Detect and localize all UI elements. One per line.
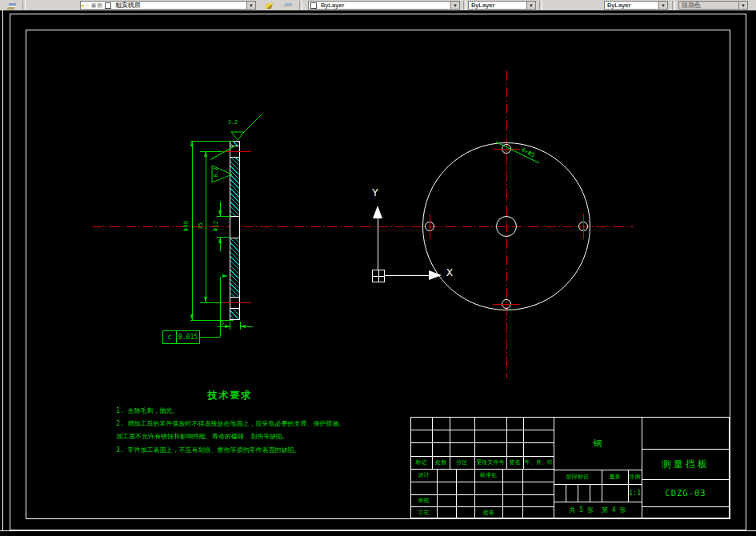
canvas-left-edge (2, 10, 3, 530)
dimension-arrow (218, 238, 222, 243)
cad-application-window: { "toolbar": { "layer_combo_value": "粗实线… (0, 0, 756, 536)
roughness-value-text: 3.2 (225, 118, 241, 126)
toolbar-separator (539, 1, 542, 10)
tech-requirement-line: 3. 零件加工表面上，不应有划痕、擦伤等损伤零件表面的缺陷。 (116, 446, 300, 454)
lineweight-control-combo[interactable]: ByLayer ▼ (604, 1, 668, 10)
tb-material: 钢 (554, 417, 642, 470)
layer-color-swatch (105, 2, 111, 9)
tb-line (437, 469, 438, 518)
tb-sheet-total: 共 5 张 (570, 506, 594, 514)
extension-line (190, 320, 234, 321)
ucs-x-axis-line (385, 275, 429, 276)
tb-header-zone: 分区 (450, 456, 474, 469)
tb-header-change-doc-no: 更改文件号 (474, 456, 506, 469)
tb-sheet-current: 第 4 张 (602, 506, 626, 514)
tb-line (642, 506, 730, 507)
color-control-combo[interactable]: ByLayer ▼ (308, 1, 460, 10)
layers-icon (6, 3, 16, 10)
center-hole-section (230, 216, 239, 238)
dimension-arrow (240, 325, 246, 328)
color-combo-dropdown-arrow[interactable]: ▼ (450, 2, 459, 9)
layer-lock-icon[interactable]: ▣ (91, 2, 97, 8)
lineweight-combo-dropdown-arrow[interactable]: ▼ (658, 2, 667, 9)
tb-stage-mark-label: 阶段标记 (554, 470, 602, 484)
leader-arrow (222, 274, 228, 278)
tb-line (522, 469, 523, 518)
dimension-arrow (190, 314, 194, 320)
tb-header-date: 年、月、日 (523, 456, 554, 469)
ucs-x-label: X (446, 266, 453, 278)
datum-letter: c (163, 331, 177, 343)
ucs-box-cross (373, 276, 384, 277)
extension-line (200, 302, 222, 303)
bottom-hole-centerline (221, 302, 251, 303)
tb-drawing-number: CDZG-03 (642, 479, 730, 506)
tb-header-signature: 签名 (506, 456, 523, 469)
tech-requirements-title: 技术要求 (192, 390, 268, 401)
tb-line (578, 484, 578, 502)
tolerance-value: 0.015 (177, 331, 199, 343)
tb-weight-label: 重量 (602, 470, 628, 484)
hole-tick-centerline (493, 304, 520, 305)
tb-line (410, 518, 730, 518)
hole-tick-centerline (430, 214, 430, 239)
title-block: 标记 处数 分区 更改文件号 签名 年、月、日 设计 标准化 审核 工艺 批准 … (410, 417, 730, 518)
ucs-x-arrow-icon (429, 270, 442, 280)
toolbar-separator (299, 1, 302, 10)
linetype-combo-dropdown-arrow[interactable]: ▼ (526, 2, 535, 9)
color-swatch (310, 2, 317, 9)
layer-control-combo[interactable]: ● ☼ ▣ ▤ 粗实线层 ▼ (80, 1, 256, 10)
ucs-y-arrow-icon (373, 206, 382, 218)
layer-thaw-sun-icon[interactable]: ☼ (85, 2, 90, 8)
ucs-y-label: Y (372, 186, 378, 198)
tb-scale-label: 比例 (628, 470, 642, 484)
make-current-layer-icon (265, 3, 273, 9)
current-color-value: ByLayer (318, 2, 344, 9)
tb-role-design: 设计 (410, 469, 437, 482)
dimension-arrow (204, 297, 207, 302)
hole-tick-centerline (583, 214, 584, 239)
current-linetype-value: ByLayer (469, 2, 494, 9)
current-lineweight-value: ByLayer (605, 2, 630, 9)
layer-on-bulb-icon[interactable]: ● (81, 2, 84, 8)
tb-role-standardization: 标准化 (474, 469, 502, 482)
tech-requirement-line: 加工面不允许有锈蚀和影响性能、寿命的磕碰、划伤等缺陷。 (116, 432, 289, 441)
tb-role-audit: 审核 (410, 494, 437, 506)
toolbar-separator (22, 1, 26, 10)
ucs-y-axis-line (378, 218, 378, 270)
tb-line (566, 484, 566, 502)
dimension-line-bolt-circle (206, 151, 206, 302)
surface-roughness-icon (225, 110, 265, 142)
dimension-arrow (204, 151, 207, 157)
tb-sheet-info: 共 5 张 第 4 张 (554, 502, 642, 518)
dimension-line-outer-diameter (192, 141, 193, 320)
toolbar-separator (463, 1, 466, 10)
layer-plot-printer-icon[interactable]: ▤ (97, 2, 102, 8)
tb-role-process: 工艺 (410, 506, 437, 518)
current-layer-name: 粗实线层 (113, 1, 141, 10)
tb-header-mark: 标记 (410, 456, 432, 469)
taper-value-text: 0.2 (212, 164, 219, 182)
properties-toolbar: ● ☼ ▣ ▤ 粗实线层 ▼ ByLayer ▼ ByLayer ▼ ByLay… (0, 0, 756, 11)
tb-line (590, 484, 590, 502)
leader-line (220, 277, 221, 337)
layer-combo-dropdown-arrow[interactable]: ▼ (246, 2, 255, 9)
canvas-bottom-edge (0, 530, 756, 531)
current-plotstyle-value: 随颜色 (679, 1, 701, 10)
layer-previous-icon (282, 3, 292, 10)
outer-diameter-text: Φ90 (182, 214, 190, 238)
tb-scale-value: 1:1 (628, 484, 642, 502)
toolbar-separator (672, 1, 675, 10)
tb-line (502, 469, 503, 518)
plotstyle-control-combo: 随颜色 ▼ (678, 1, 748, 10)
tb-header-count: 处数 (432, 456, 450, 469)
dimension-arrow (190, 141, 194, 146)
tb-line (456, 469, 457, 518)
center-hole-text: Φ12 (211, 214, 220, 238)
tb-role-approve: 批准 (474, 506, 502, 518)
center-hole-circle (496, 216, 517, 237)
linetype-control-combo[interactable]: ByLayer ▼ (468, 1, 536, 10)
tech-requirement-line: 1. 去除毛刺，抛光。 (116, 406, 178, 415)
bolt-circle-text: 75 (196, 217, 205, 236)
tb-line (410, 482, 554, 482)
